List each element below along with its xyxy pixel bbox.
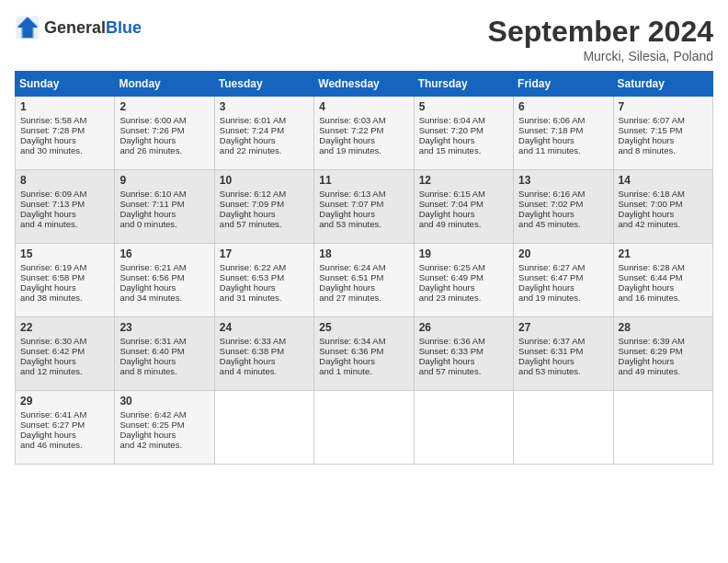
- table-row: [613, 391, 712, 465]
- day-number: 12: [419, 174, 508, 187]
- calendar-week-row: 8Sunrise: 6:09 AMSunset: 7:13 PMDaylight…: [16, 170, 713, 244]
- table-row: 1Sunrise: 5:58 AMSunset: 7:28 PMDaylight…: [16, 97, 115, 170]
- day-number: 25: [319, 321, 408, 334]
- calendar-table: Sunday Monday Tuesday Wednesday Thursday…: [15, 71, 713, 465]
- day-number: 27: [518, 321, 608, 334]
- col-sunday: Sunday: [16, 72, 115, 97]
- table-row: 4Sunrise: 6:03 AMSunset: 7:22 PMDaylight…: [314, 97, 414, 170]
- table-row: 8Sunrise: 6:09 AMSunset: 7:13 PMDaylight…: [16, 170, 115, 244]
- day-number: 10: [220, 174, 309, 187]
- day-number: 3: [220, 100, 309, 113]
- day-number: 1: [20, 100, 109, 113]
- day-number: 18: [319, 247, 408, 260]
- day-number: 19: [419, 247, 508, 260]
- day-number: 17: [220, 247, 309, 260]
- col-friday: Friday: [514, 72, 613, 97]
- calendar-week-row: 29Sunrise: 6:41 AMSunset: 6:27 PMDayligh…: [16, 391, 713, 465]
- day-number: 22: [20, 321, 109, 334]
- table-row: 25Sunrise: 6:34 AMSunset: 6:36 PMDayligh…: [314, 317, 414, 391]
- day-number: 23: [119, 321, 209, 334]
- col-tuesday: Tuesday: [214, 72, 313, 97]
- table-row: [214, 391, 313, 465]
- day-number: 21: [619, 247, 708, 260]
- table-row: 16Sunrise: 6:21 AMSunset: 6:56 PMDayligh…: [115, 244, 214, 317]
- day-number: 14: [619, 174, 708, 187]
- table-row: [314, 391, 414, 465]
- table-row: 5Sunrise: 6:04 AMSunset: 7:20 PMDaylight…: [414, 97, 513, 170]
- logo-general: General: [44, 18, 106, 37]
- calendar-week-row: 1Sunrise: 5:58 AMSunset: 7:28 PMDaylight…: [16, 97, 713, 170]
- col-thursday: Thursday: [414, 72, 513, 97]
- table-row: 29Sunrise: 6:41 AMSunset: 6:27 PMDayligh…: [16, 391, 115, 465]
- table-row: [514, 391, 613, 465]
- table-row: 2Sunrise: 6:00 AMSunset: 7:26 PMDaylight…: [115, 97, 214, 170]
- day-number: 20: [518, 247, 608, 260]
- day-number: 9: [119, 174, 209, 187]
- day-number: 6: [518, 100, 608, 113]
- month-title: September 2024: [488, 15, 713, 49]
- table-row: 15Sunrise: 6:19 AMSunset: 6:58 PMDayligh…: [16, 244, 115, 317]
- col-wednesday: Wednesday: [314, 72, 414, 97]
- table-row: 9Sunrise: 6:10 AMSunset: 7:11 PMDaylight…: [115, 170, 214, 244]
- table-row: 23Sunrise: 6:31 AMSunset: 6:40 PMDayligh…: [115, 317, 214, 391]
- table-row: 18Sunrise: 6:24 AMSunset: 6:51 PMDayligh…: [314, 244, 414, 317]
- table-row: 11Sunrise: 6:13 AMSunset: 7:07 PMDayligh…: [314, 170, 414, 244]
- day-number: 16: [119, 247, 209, 260]
- day-number: 24: [220, 321, 309, 334]
- table-row: 20Sunrise: 6:27 AMSunset: 6:47 PMDayligh…: [514, 244, 613, 317]
- logo-wordmark: GeneralBlue: [44, 18, 142, 38]
- day-number: 26: [419, 321, 508, 334]
- table-row: 3Sunrise: 6:01 AMSunset: 7:24 PMDaylight…: [214, 97, 313, 170]
- logo-icon: [15, 15, 40, 40]
- day-number: 13: [518, 174, 608, 187]
- table-row: 27Sunrise: 6:37 AMSunset: 6:31 PMDayligh…: [514, 317, 613, 391]
- col-monday: Monday: [115, 72, 214, 97]
- table-row: 6Sunrise: 6:06 AMSunset: 7:18 PMDaylight…: [514, 97, 613, 170]
- table-row: 24Sunrise: 6:33 AMSunset: 6:38 PMDayligh…: [214, 317, 313, 391]
- table-row: 21Sunrise: 6:28 AMSunset: 6:44 PMDayligh…: [613, 244, 712, 317]
- table-row: 26Sunrise: 6:36 AMSunset: 6:33 PMDayligh…: [414, 317, 513, 391]
- day-number: 29: [20, 395, 109, 408]
- table-row: 28Sunrise: 6:39 AMSunset: 6:29 PMDayligh…: [613, 317, 712, 391]
- table-row: 10Sunrise: 6:12 AMSunset: 7:09 PMDayligh…: [214, 170, 313, 244]
- day-number: 2: [119, 100, 209, 113]
- day-number: 15: [20, 247, 109, 260]
- day-number: 5: [419, 100, 508, 113]
- day-number: 30: [119, 395, 209, 408]
- table-row: 14Sunrise: 6:18 AMSunset: 7:00 PMDayligh…: [613, 170, 712, 244]
- day-number: 11: [319, 174, 408, 187]
- calendar-header-row: Sunday Monday Tuesday Wednesday Thursday…: [16, 72, 713, 97]
- day-number: 4: [319, 100, 408, 113]
- calendar-week-row: 22Sunrise: 6:30 AMSunset: 6:42 PMDayligh…: [16, 317, 713, 391]
- table-row: 7Sunrise: 6:07 AMSunset: 7:15 PMDaylight…: [613, 97, 712, 170]
- title-area: September 2024 Murcki, Silesia, Poland: [488, 15, 713, 63]
- col-saturday: Saturday: [613, 72, 712, 97]
- logo-blue: Blue: [106, 18, 142, 37]
- table-row: 19Sunrise: 6:25 AMSunset: 6:49 PMDayligh…: [414, 244, 513, 317]
- logo: GeneralBlue: [15, 15, 142, 40]
- table-row: [414, 391, 513, 465]
- table-row: 30Sunrise: 6:42 AMSunset: 6:25 PMDayligh…: [115, 391, 214, 465]
- page-header: GeneralBlue September 2024 Murcki, Siles…: [15, 15, 713, 63]
- table-row: 12Sunrise: 6:15 AMSunset: 7:04 PMDayligh…: [414, 170, 513, 244]
- day-number: 28: [619, 321, 708, 334]
- table-row: 22Sunrise: 6:30 AMSunset: 6:42 PMDayligh…: [16, 317, 115, 391]
- day-number: 8: [20, 174, 109, 187]
- day-number: 7: [619, 100, 708, 113]
- table-row: 17Sunrise: 6:22 AMSunset: 6:53 PMDayligh…: [214, 244, 313, 317]
- calendar-week-row: 15Sunrise: 6:19 AMSunset: 6:58 PMDayligh…: [16, 244, 713, 317]
- location: Murcki, Silesia, Poland: [488, 49, 713, 63]
- table-row: 13Sunrise: 6:16 AMSunset: 7:02 PMDayligh…: [514, 170, 613, 244]
